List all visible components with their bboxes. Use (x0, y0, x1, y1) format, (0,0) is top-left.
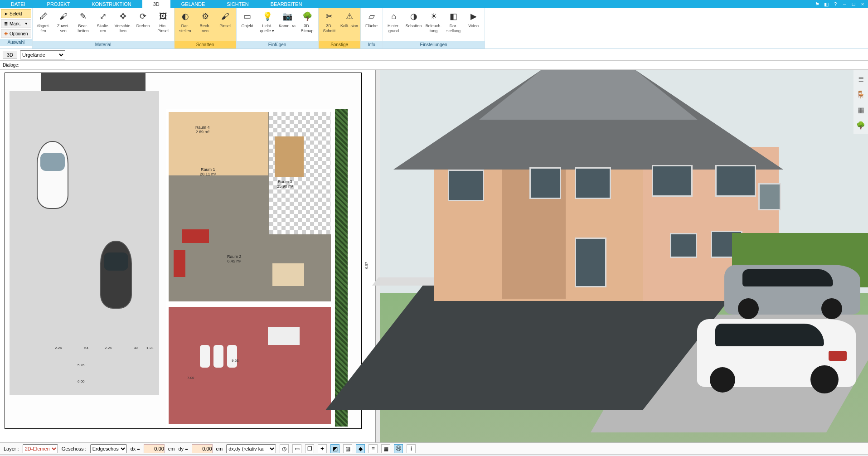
tab-3d[interactable]: 3D (142, 0, 170, 8)
tool-ortho-icon[interactable]: ◩ (330, 444, 339, 453)
play-icon: ▶ (467, 10, 480, 23)
btn-video[interactable]: ▶Video (464, 9, 484, 29)
dim-963: 9.63 (232, 359, 239, 363)
btn-hintergrund[interactable]: ⌂Hinter- grund (384, 9, 404, 34)
layer-select[interactable]: 2D-Elemen (23, 444, 58, 453)
light-icon: ☀ (427, 10, 440, 23)
chip-selekt[interactable]: ➤Selekt (1, 9, 31, 18)
grid-icon[interactable]: ◧ (823, 1, 830, 7)
btn-verschieben[interactable]: ✥Verschie- ben (113, 9, 133, 34)
furn-sofa-red (182, 229, 209, 243)
help-icon[interactable]: ? (832, 1, 839, 7)
dialoge-strip: Dialoge: (0, 61, 868, 70)
btn-darstellen[interactable]: ◐Dar- stellen (175, 9, 195, 34)
furn-lounger3 (227, 345, 237, 368)
geschoss-select[interactable]: Erdgeschos (90, 444, 127, 453)
rotate-icon: ⟳ (137, 10, 150, 23)
tree2-icon[interactable]: 🌳 (855, 120, 866, 131)
tool-screen-icon[interactable]: ▭ (292, 444, 301, 453)
room2-label: Raum 26.45 m² (227, 254, 242, 263)
btn-drehen[interactable]: ⟳Drehen (133, 9, 153, 29)
furn-table (272, 263, 304, 286)
btn-abgreifen[interactable]: 🖉Abgrei- fen (34, 9, 53, 34)
tool-iso-icon[interactable]: ◆ (356, 444, 365, 453)
tab-datei[interactable]: DATEI (0, 0, 36, 8)
btn-flaeche[interactable]: ▱Fläche (362, 9, 382, 29)
move-icon: ✥ (117, 10, 130, 23)
room3-label: Raum 325.90 m² (277, 179, 293, 189)
shadow2-icon: ◑ (407, 10, 420, 23)
background-icon: ⌂ (388, 10, 400, 23)
btn-skalieren[interactable]: ⤢Skalie- ren (93, 9, 113, 34)
chip-mark[interactable]: ≣Mark.▼ (1, 19, 31, 28)
ribbon-group-einstellungen: ⌂Hinter- grund ◑Schatten ☀Beleuch- tung … (383, 8, 485, 49)
tool-clock-icon[interactable]: ◷ (280, 444, 289, 453)
tab-sichten[interactable]: SICHTEN (216, 0, 259, 8)
tool-grid2-icon[interactable]: ▦ (381, 444, 390, 453)
dx-input[interactable] (144, 444, 165, 453)
tab-bearbeiten[interactable]: BEARBEITEN (260, 0, 313, 8)
tool-lines-icon[interactable]: ≡ (369, 444, 378, 453)
render-icon: ◧ (447, 10, 460, 23)
chair-icon[interactable]: 🪑 (855, 89, 866, 100)
dy-unit: cm (216, 446, 223, 451)
ribbon-group-auswahl: ➤Selekt ≣Mark.▼ ✚Optionen Auswahl (0, 8, 33, 49)
view-minibar: ≣ 🪑 ▦ 🌳 (853, 70, 868, 134)
tool-hatch-icon[interactable]: ▨ (343, 444, 352, 453)
btn-objekt[interactable]: ▭Objekt (238, 9, 257, 29)
flag-icon[interactable]: ⚑ (814, 1, 821, 7)
btn-hinpinsel[interactable]: 🖼Hin. Pinsel (153, 9, 173, 34)
tab-konstruktion[interactable]: KONSTRUKTION (81, 0, 142, 8)
dim-697: 6.97 (364, 262, 369, 269)
tool-snap-icon[interactable]: ✦ (318, 444, 327, 453)
furn-armchair-red (174, 250, 185, 277)
maximize-icon[interactable]: □ (850, 1, 857, 7)
section-icon: ✂ (323, 10, 336, 23)
btn-pinsel[interactable]: 🖌Pinsel (215, 9, 235, 29)
assign-icon: 🖌 (57, 10, 70, 23)
furn-dining (275, 136, 304, 177)
ribbon-group-einfuegen: ▭Objekt 💡Licht- quelle ▾ 📷Kame- ra 🌳3D- … (237, 8, 319, 49)
car3d-white (697, 319, 856, 387)
btn-kamera[interactable]: 📷Kame- ra (277, 9, 297, 29)
terrain-dropdown[interactable]: Urgelände (20, 50, 65, 59)
minimize-icon[interactable]: – (841, 1, 848, 7)
eyedropper-icon: 🖉 (37, 10, 50, 23)
ribbon-group-material: 🖉Abgrei- fen 🖌Zuwei- sen ✎Bear- beiten ⤢… (33, 8, 175, 49)
btn-darstellung[interactable]: ◧Dar- stellung (444, 9, 464, 34)
tool-north-icon[interactable]: Ⓝ (394, 444, 403, 453)
view-tag-3d[interactable]: 3D (3, 51, 17, 59)
btn-zuweisen[interactable]: 🖌Zuwei- sen (53, 9, 73, 34)
tab-projekt[interactable]: PROJEKT (36, 0, 81, 8)
tool-info-icon[interactable]: i (407, 444, 416, 453)
dim-576: 5.76 (78, 363, 85, 367)
plan-terrace (166, 304, 334, 427)
pane-2d[interactable]: Raum 42.69 m² Raum 120.11 m² Raum 325.90… (0, 70, 376, 442)
btn-kollision[interactable]: ⚠Kolli- sion (339, 9, 359, 29)
coord-mode-select[interactable]: dx,dy (relativ ka (226, 444, 276, 453)
tool-stack-icon[interactable]: ❐ (305, 444, 314, 453)
group-label-sonstige: Sonstige (319, 41, 360, 49)
brush2-icon: 🖌 (219, 10, 232, 23)
group-label-schatten: Schatten (175, 41, 236, 49)
dim-226a: 2.26 (55, 346, 62, 350)
ribbon: ➤Selekt ≣Mark.▼ ✚Optionen Auswahl 🖉Abgre… (0, 8, 868, 49)
tab-gelaende[interactable]: GELÄNDE (170, 0, 216, 8)
btn-beleuchtung[interactable]: ☀Beleuch- tung (424, 9, 444, 34)
chip-optionen[interactable]: ✚Optionen (1, 29, 31, 38)
dy-input[interactable] (192, 444, 213, 453)
palette-icon[interactable]: ▦ (855, 104, 866, 115)
collision-icon: ⚠ (343, 10, 356, 23)
btn-schatten2[interactable]: ◑Schatten (404, 9, 424, 29)
btn-lichtquelle[interactable]: 💡Licht- quelle ▾ (257, 9, 277, 34)
shadow-show-icon: ◐ (179, 10, 192, 23)
btn-rechnen[interactable]: ⚙Rech- nen (195, 9, 215, 34)
pane-3d[interactable]: ≣ 🪑 ▦ 🌳 (380, 70, 868, 442)
btn-bearbeiten[interactable]: ✎Bear- beiten (73, 9, 93, 34)
layers-icon[interactable]: ≣ (855, 73, 866, 84)
close-icon[interactable]: × (859, 1, 866, 7)
ribbon-group-sonstige: ✂3D- Schnitt ⚠Kolli- sion Sonstige (319, 8, 361, 49)
btn-3dbitmap[interactable]: 🌳3D- Bitmap (297, 9, 317, 34)
status-bar: Tür HT3 L=Einbauteile G=Erdgeschoss Sele… (0, 454, 868, 456)
btn-3dschnitt[interactable]: ✂3D- Schnitt (320, 9, 339, 34)
